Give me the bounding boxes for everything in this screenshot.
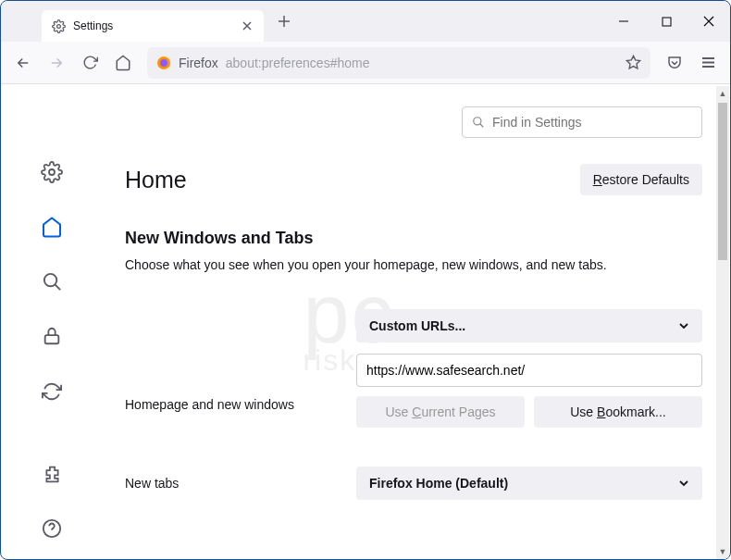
close-window-button[interactable]	[688, 1, 730, 42]
search-input[interactable]	[492, 115, 692, 130]
use-current-pages-button[interactable]: Use Current Pages	[356, 396, 525, 428]
sidebar-item-privacy[interactable]	[37, 323, 67, 350]
homepage-label: Homepage and new windows	[125, 397, 338, 412]
settings-sidebar	[1, 84, 103, 559]
select-value: Custom URLs...	[369, 318, 465, 333]
bookmark-star-icon[interactable]	[626, 55, 641, 70]
page-title: Home	[125, 167, 187, 193]
forward-button[interactable]	[42, 48, 71, 78]
back-button[interactable]	[8, 48, 38, 78]
gear-icon	[51, 19, 66, 33]
sidebar-item-extensions[interactable]	[37, 460, 67, 487]
sidebar-item-search[interactable]	[37, 268, 67, 295]
section-title: New Windows and Tabs	[125, 229, 702, 248]
browser-toolbar: Firefox about:preferences#home	[1, 42, 730, 84]
sidebar-item-help[interactable]	[37, 516, 67, 542]
settings-main: Home Restore Defaults New Windows and Ta…	[103, 84, 730, 559]
newtabs-select[interactable]: Firefox Home (Default)	[356, 467, 702, 500]
tab-title: Settings	[73, 19, 232, 32]
menu-button[interactable]	[693, 48, 723, 78]
svg-rect-1	[663, 18, 671, 26]
maximize-button[interactable]	[645, 1, 688, 42]
svg-point-5	[49, 169, 55, 175]
window-controls	[602, 1, 730, 42]
svg-point-6	[43, 274, 56, 286]
search-icon	[472, 116, 485, 129]
restore-defaults-button[interactable]: Restore Defaults	[580, 164, 702, 195]
svg-point-3	[160, 59, 167, 67]
svg-point-9	[474, 118, 481, 125]
select-value: Firefox Home (Default)	[369, 476, 508, 491]
sidebar-item-sync[interactable]	[37, 378, 67, 404]
sidebar-item-general[interactable]	[37, 158, 67, 185]
url-text: about:preferences#home	[226, 56, 370, 70]
close-icon[interactable]	[240, 19, 254, 33]
browser-tab[interactable]: Settings	[42, 10, 264, 42]
firefox-icon	[156, 56, 171, 70]
use-bookmark-button[interactable]: Use Bookmark...	[534, 396, 702, 428]
chevron-down-icon	[678, 320, 689, 331]
window-titlebar: Settings	[1, 1, 730, 42]
url-prefix: Firefox	[179, 56, 218, 70]
newtabs-label: New tabs	[125, 476, 338, 491]
reload-button[interactable]	[75, 48, 105, 78]
homepage-mode-select[interactable]: Custom URLs...	[356, 309, 702, 342]
section-description: Choose what you see when you open your h…	[125, 257, 702, 272]
svg-marker-4	[626, 56, 639, 68]
svg-rect-7	[45, 336, 59, 344]
sidebar-item-home[interactable]	[37, 213, 67, 240]
settings-search[interactable]	[462, 106, 702, 138]
minimize-button[interactable]	[602, 1, 645, 42]
homepage-url-input[interactable]	[356, 354, 702, 387]
svg-point-0	[56, 24, 60, 28]
chevron-down-icon	[678, 478, 689, 489]
url-bar[interactable]: Firefox about:preferences#home	[147, 47, 650, 79]
new-tab-button[interactable]	[271, 8, 297, 34]
home-button[interactable]	[108, 48, 138, 78]
pocket-button[interactable]	[660, 48, 689, 78]
